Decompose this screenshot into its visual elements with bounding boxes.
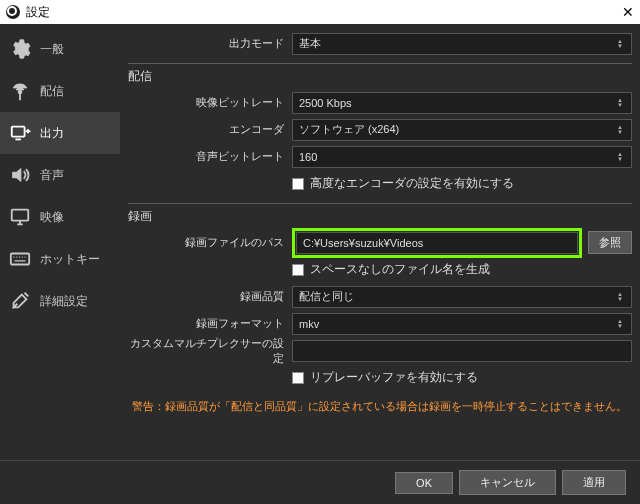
spinner-icon: ▲▼ (615, 93, 625, 113)
chevrons-icon: ▲▼ (615, 147, 625, 167)
content: 一般 配信 出力 音声 映像 ホットキー 詳細設定 出力モード (0, 24, 640, 460)
ok-button[interactable]: OK (395, 472, 453, 494)
chevrons-icon: ▲▼ (615, 34, 625, 54)
stream-section-title: 配信 (128, 66, 632, 89)
checkbox-icon (292, 178, 304, 190)
sidebar-item-advanced[interactable]: 詳細設定 (0, 280, 120, 322)
sidebar-item-label: ホットキー (40, 251, 100, 268)
sidebar-item-label: 映像 (40, 209, 64, 226)
dialog-footer: OK キャンセル 適用 (0, 460, 640, 504)
chevrons-icon: ▲▼ (615, 120, 625, 140)
keyboard-icon (8, 247, 32, 271)
advanced-encoder-label: 高度なエンコーダの設定を有効にする (310, 175, 514, 192)
rec-quality-label: 録画品質 (128, 289, 292, 304)
rec-quality-value: 配信と同じ (299, 289, 354, 304)
svg-rect-3 (11, 254, 29, 265)
encoder-select[interactable]: ソフトウェア (x264) ▲▼ (292, 119, 632, 141)
apply-button[interactable]: 適用 (562, 470, 626, 495)
muxer-input[interactable] (292, 340, 632, 362)
recording-section: 録画 録画ファイルのパス C:¥Users¥suzuk¥Videos 参照 スペ… (128, 203, 632, 418)
nospace-label: スペースなしのファイル名を生成 (310, 261, 490, 278)
warning-text: 警告：録画品質が「配信と同品質」に設定されている場合は録画を一時停止することはで… (128, 391, 632, 418)
encoder-label: エンコーダ (128, 122, 292, 137)
gear-icon (8, 37, 32, 61)
sidebar-item-hotkeys[interactable]: ホットキー (0, 238, 120, 280)
rec-path-label: 録画ファイルのパス (128, 235, 292, 250)
chevrons-icon: ▲▼ (615, 314, 625, 334)
sidebar-item-label: 一般 (40, 41, 64, 58)
speaker-icon (8, 163, 32, 187)
abitrate-value: 160 (299, 151, 317, 163)
abitrate-label: 音声ビットレート (128, 149, 292, 164)
monitor-icon (8, 205, 32, 229)
muxer-label: カスタムマルチプレクサーの設定 (128, 336, 292, 366)
rec-path-input[interactable]: C:¥Users¥suzuk¥Videos (296, 232, 578, 254)
window-title: 設定 (26, 4, 50, 21)
rec-quality-select[interactable]: 配信と同じ ▲▼ (292, 286, 632, 308)
vbitrate-input[interactable]: 2500 Kbps ▲▼ (292, 92, 632, 114)
rec-path-value: C:¥Users¥suzuk¥Videos (303, 237, 423, 249)
browse-button[interactable]: 参照 (588, 231, 632, 254)
sidebar-item-label: 音声 (40, 167, 64, 184)
antenna-icon (8, 79, 32, 103)
svg-rect-1 (12, 127, 25, 137)
advanced-encoder-checkbox[interactable]: 高度なエンコーダの設定を有効にする (292, 175, 632, 192)
rec-format-label: 録画フォーマット (128, 316, 292, 331)
checkbox-icon (292, 264, 304, 276)
sidebar-item-label: 詳細設定 (40, 293, 88, 310)
vbitrate-value: 2500 Kbps (299, 97, 352, 109)
main-panel: 出力モード 基本 ▲▼ 配信 映像ビットレート 2500 Kbps ▲▼ エンコ… (120, 24, 640, 460)
output-mode-select[interactable]: 基本 ▲▼ (292, 33, 632, 55)
tools-icon (8, 289, 32, 313)
sidebar-item-video[interactable]: 映像 (0, 196, 120, 238)
sidebar-item-general[interactable]: 一般 (0, 28, 120, 70)
checkbox-icon (292, 372, 304, 384)
svg-rect-2 (12, 210, 29, 221)
sidebar: 一般 配信 出力 音声 映像 ホットキー 詳細設定 (0, 24, 120, 460)
rec-format-value: mkv (299, 318, 319, 330)
sidebar-item-label: 出力 (40, 125, 64, 142)
abitrate-select[interactable]: 160 ▲▼ (292, 146, 632, 168)
close-icon[interactable]: ✕ (622, 5, 634, 19)
sidebar-item-label: 配信 (40, 83, 64, 100)
replay-buffer-checkbox[interactable]: リプレーバッファを有効にする (292, 369, 632, 386)
sidebar-item-audio[interactable]: 音声 (0, 154, 120, 196)
output-mode-value: 基本 (299, 36, 321, 51)
cancel-button[interactable]: キャンセル (459, 470, 556, 495)
encoder-value: ソフトウェア (x264) (299, 122, 399, 137)
replay-buffer-label: リプレーバッファを有効にする (310, 369, 478, 386)
rec-format-select[interactable]: mkv ▲▼ (292, 313, 632, 335)
titlebar: 設定 ✕ (0, 0, 640, 24)
output-icon (8, 121, 32, 145)
sidebar-item-output[interactable]: 出力 (0, 112, 120, 154)
stream-section: 配信 映像ビットレート 2500 Kbps ▲▼ エンコーダ ソフトウェア (x… (128, 63, 632, 197)
output-mode-label: 出力モード (128, 36, 292, 51)
app-icon (6, 5, 20, 19)
nospace-checkbox[interactable]: スペースなしのファイル名を生成 (292, 261, 632, 278)
vbitrate-label: 映像ビットレート (128, 95, 292, 110)
rec-path-highlight: C:¥Users¥suzuk¥Videos (292, 228, 582, 258)
chevrons-icon: ▲▼ (615, 287, 625, 307)
recording-section-title: 録画 (128, 206, 632, 229)
sidebar-item-stream[interactable]: 配信 (0, 70, 120, 112)
